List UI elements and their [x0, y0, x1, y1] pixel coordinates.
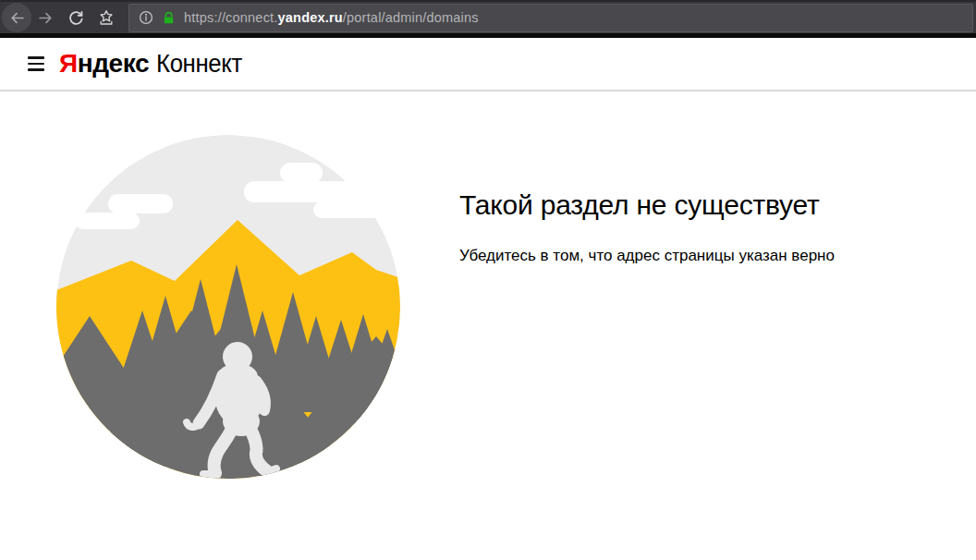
browser-toolbar: https://connect.yandex.ru/portal/admin/d… — [0, 2, 976, 33]
bookmark-button[interactable] — [92, 4, 120, 31]
menu-button[interactable] — [28, 56, 44, 71]
logo-product: Коннект — [156, 49, 242, 79]
url-domain: yandex.ru — [278, 10, 343, 25]
url-scheme-host: https://connect. — [184, 10, 278, 25]
refresh-button[interactable] — [62, 4, 90, 31]
refresh-icon — [68, 10, 84, 26]
error-content: Такой раздел не существует Убедитесь в т… — [0, 91, 976, 558]
hamburger-icon — [28, 56, 44, 59]
chrome-bottom-edge — [0, 33, 976, 38]
logo-brand: ндекс — [78, 49, 149, 79]
logo-letter: Я — [59, 49, 78, 79]
url-bar[interactable]: https://connect.yandex.ru/portal/admin/d… — [128, 4, 973, 32]
page-title: Такой раздел не существует — [459, 189, 835, 221]
back-button[interactable] — [2, 3, 31, 32]
lock-icon[interactable] — [162, 11, 176, 25]
page-subtitle: Убедитесь в том, что адрес страницы указ… — [459, 247, 835, 265]
bigfoot-illustration — [53, 135, 404, 479]
forward-button[interactable] — [31, 4, 59, 31]
yandex-connect-logo[interactable]: ЯндексКоннект — [59, 49, 250, 79]
error-message: Такой раздел не существует Убедитесь в т… — [459, 189, 835, 265]
browser-chrome: https://connect.yandex.ru/portal/admin/d… — [0, 0, 976, 38]
yandex-connect-page: ЯндексКоннект — [0, 38, 976, 560]
back-icon — [9, 10, 25, 26]
bookmark-star-icon — [98, 9, 115, 26]
forward-icon — [38, 10, 54, 26]
url-text[interactable]: https://connect.yandex.ru/portal/admin/d… — [184, 10, 479, 25]
page-header: ЯндексКоннект — [0, 38, 976, 91]
info-icon[interactable] — [139, 10, 153, 25]
url-path: /portal/admin/domains — [343, 10, 479, 25]
